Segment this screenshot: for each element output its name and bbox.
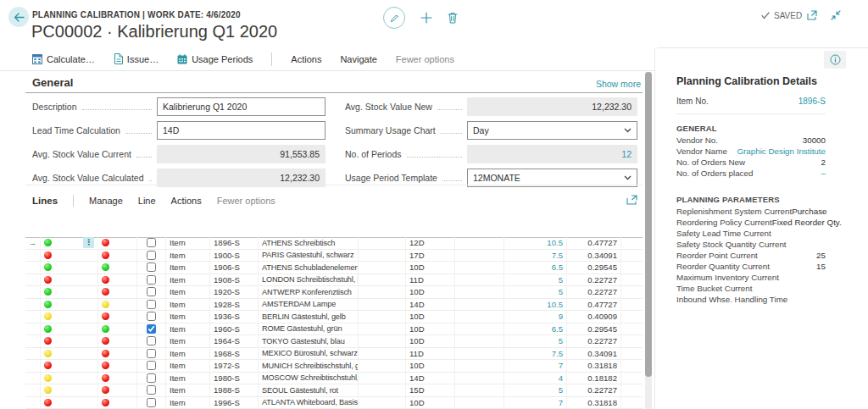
focus-mode-button[interactable]	[626, 195, 637, 205]
back-button[interactable]	[8, 7, 29, 27]
row-checkbox[interactable]	[147, 238, 156, 247]
new-button[interactable]	[420, 12, 432, 24]
quantity-usage-link[interactable]: 5	[504, 384, 567, 396]
column-header[interactable]	[25, 212, 41, 237]
field-input[interactable]: 14D	[157, 121, 326, 140]
fewer-options-button[interactable]: Fewer options	[396, 54, 454, 64]
quantity-usage-link[interactable]: 7	[504, 360, 567, 372]
column-header[interactable]	[406, 212, 455, 237]
quantity-usage-link[interactable]: 10.5	[504, 237, 567, 249]
source-type-cell: Item	[166, 237, 210, 249]
popout-button[interactable]	[807, 10, 817, 20]
table-row[interactable]: → ⋮ Item 1906-S ATHENS Schubladenelement…	[25, 262, 643, 274]
navigate-menu[interactable]: Navigate	[340, 54, 376, 64]
item-no-cell[interactable]: 1972-S	[210, 360, 259, 372]
quantity-usage-link[interactable]: 5	[504, 274, 567, 286]
quantity-usage-link[interactable]: 9	[504, 311, 567, 323]
item-no-cell[interactable]: 1936-S	[210, 311, 259, 323]
table-row[interactable]: → ⋮ Item 1896-S ATHENS Schreibtisch 12D	[25, 237, 643, 250]
actions-menu[interactable]: Actions	[291, 54, 321, 64]
lines-tab[interactable]: Lines	[32, 196, 58, 206]
row-checkbox[interactable]	[147, 373, 156, 383]
quantity-usage-link[interactable]: 6.5	[504, 323, 567, 335]
table-row[interactable]: → ⋮ Item 1908-S LONDON Schreibtischstuhl…	[25, 274, 643, 287]
quantity-usage-link[interactable]: 6.5	[504, 262, 567, 274]
quantity-usage-link[interactable]: 10.5	[504, 299, 567, 311]
table-row[interactable]: → ⋮ Item 1960-S ROME Gästestuhl, grün 10…	[25, 323, 643, 336]
column-header[interactable]	[166, 212, 210, 237]
table-row[interactable]: → ⋮ Item 1964-S TOKYO Gästestuhl, blau 1…	[25, 335, 643, 348]
column-header[interactable]	[259, 212, 359, 237]
quantity-usage-link[interactable]: 7.5	[504, 250, 567, 262]
line-menu[interactable]: Line	[138, 196, 156, 206]
item-no-cell[interactable]: 1968-S	[210, 348, 259, 360]
item-no-link[interactable]: 1896-S	[798, 97, 826, 106]
table-row[interactable]: → ⋮ Item 1936-S BERLIN Gästestuhl, gelb …	[25, 311, 643, 323]
item-no-cell[interactable]: 1964-S	[210, 335, 259, 347]
column-header[interactable]	[98, 212, 137, 237]
quantity-usage-link[interactable]: 5	[504, 286, 567, 298]
table-row[interactable]: → ⋮ Item 1928-S AMSTERDAM Lampe 14D	[25, 299, 643, 312]
column-header[interactable]	[567, 212, 621, 237]
field-input[interactable]: Day	[467, 121, 637, 140]
row-checkbox[interactable]	[147, 263, 156, 272]
row-marker-cell: →	[25, 250, 41, 262]
item-no-cell[interactable]: 1900-S	[210, 250, 259, 262]
table-row[interactable]: → ⋮ Item 1980-S MOSCOW Schreibtischstuhl…	[25, 373, 643, 385]
table-row[interactable]: → ⋮ Item 1972-S MUNICH Schreibtischstuhl…	[25, 360, 643, 373]
item-no-cell[interactable]: 1988-S	[210, 384, 259, 396]
quantity-usage-link[interactable]: 7.5	[504, 348, 567, 360]
column-header[interactable]	[210, 212, 259, 237]
scrollbar-thumb[interactable]	[645, 72, 652, 377]
item-no-cell[interactable]: 1906-S	[210, 262, 259, 274]
field-input[interactable]: 91,553.85	[157, 145, 326, 163]
delete-button[interactable]	[448, 12, 458, 24]
field-input[interactable]: Kalibrierung Q1 2020	[157, 97, 326, 116]
row-checkbox[interactable]	[147, 361, 156, 370]
item-no-cell[interactable]: 1980-S	[210, 373, 259, 384]
quantity-usage-link[interactable]: 7	[504, 397, 567, 409]
row-checkbox[interactable]	[147, 336, 156, 345]
usage-periods-button[interactable]: Usage Periods	[177, 54, 253, 64]
table-row[interactable]: → ⋮ Item 1988-S SEOUL Gästestuhl, rot 15…	[25, 384, 643, 397]
row-menu-button[interactable]: ⋮	[83, 237, 94, 248]
row-checkbox[interactable]	[147, 349, 156, 358]
row-checkbox[interactable]	[147, 300, 156, 309]
column-header[interactable]	[359, 212, 406, 237]
lines-actions-menu[interactable]: Actions	[171, 196, 202, 206]
calculate-button[interactable]: Calculate…	[32, 54, 95, 64]
row-checkbox[interactable]	[147, 324, 156, 334]
column-header[interactable]	[621, 212, 643, 237]
table-row[interactable]: → ⋮ Item 1900-S PARIS Gästestuhl, schwar…	[25, 250, 643, 263]
table-row[interactable]: → ⋮ Item 1920-S ANTWERP Konferenztisch 1…	[25, 286, 643, 299]
item-no-cell[interactable]: 1920-S	[210, 286, 259, 298]
row-checkbox[interactable]	[147, 251, 156, 260]
item-no-cell[interactable]: 1928-S	[210, 299, 259, 311]
issue-button[interactable]: Issue…	[114, 53, 159, 64]
row-checkbox[interactable]	[147, 312, 156, 321]
table-row[interactable]: → ⋮ Item 1996-S ATLANTA Whiteboard, Basi…	[25, 397, 643, 409]
location-code-cell	[359, 348, 406, 360]
column-header[interactable]	[504, 212, 567, 237]
show-more-link[interactable]: Show more	[596, 79, 641, 89]
item-no-cell[interactable]: 1908-S	[210, 274, 259, 286]
field-input[interactable]: 12,232.30	[467, 97, 637, 116]
quantity-usage-link[interactable]: 5	[504, 335, 567, 347]
collapse-button[interactable]	[831, 10, 841, 20]
row-checkbox[interactable]	[147, 287, 156, 296]
item-no-cell[interactable]: 1896-S	[210, 237, 259, 249]
row-checkbox[interactable]	[147, 275, 156, 285]
table-row[interactable]: → ⋮ Item 1968-S MEXICO Bürostuhl, schwar…	[25, 348, 643, 361]
column-header[interactable]	[137, 212, 166, 237]
quantity-usage-link[interactable]: 4	[504, 373, 567, 384]
manage-menu[interactable]: Manage	[89, 196, 123, 206]
row-checkbox[interactable]	[147, 398, 156, 407]
edit-button[interactable]	[383, 7, 405, 29]
column-header[interactable]	[41, 212, 98, 237]
column-header[interactable]	[455, 212, 504, 237]
field-input[interactable]: 12	[467, 145, 637, 163]
item-no-cell[interactable]: 1996-S	[210, 397, 259, 409]
lines-fewer-options[interactable]: Fewer options	[217, 196, 275, 206]
row-checkbox[interactable]	[147, 385, 156, 395]
item-no-cell[interactable]: 1960-S	[210, 323, 259, 335]
